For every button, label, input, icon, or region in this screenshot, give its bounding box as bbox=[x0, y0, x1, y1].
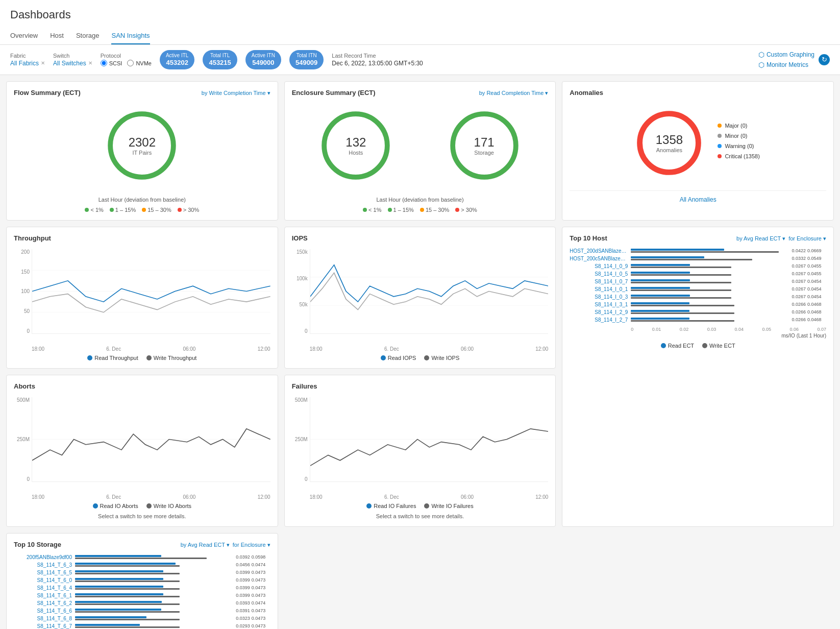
host-bar-read bbox=[631, 264, 689, 266]
tab-overview[interactable]: Overview bbox=[10, 28, 38, 44]
iops-card: IOPS 150k 100k 50k 0 18:00 6. Dec 06:00 bbox=[284, 227, 556, 369]
storage-bar-write bbox=[75, 588, 180, 590]
storage-bar-name[interactable]: 200f5ANBlaze9df00 bbox=[14, 554, 75, 560]
host-bar-track bbox=[631, 287, 785, 291]
switch-clear[interactable]: ✕ bbox=[88, 60, 92, 66]
flow-summary-donut-container: 2302 IT Pairs bbox=[14, 100, 270, 191]
host-bar-read bbox=[631, 295, 689, 297]
host-bar-write-val: 0.0454 bbox=[806, 286, 826, 292]
host-bar-name[interactable]: S8_114_I_3_1 bbox=[570, 302, 631, 307]
storage-bar-name[interactable]: S8_114_T_6_6 bbox=[14, 608, 75, 614]
storage-bar-row: S8_114_T_6_7 0.0293 0.0473 bbox=[14, 623, 270, 629]
storage-bar-write bbox=[75, 573, 180, 575]
throughput-title: Throughput bbox=[14, 234, 51, 242]
toolbar-right: ⬡ Custom Graphing ⬡ Monitor Metrics ↻ bbox=[758, 51, 830, 69]
storage-bar-write-val: 0.0474 bbox=[250, 562, 270, 567]
storage-bar-write-val: 0.0473 bbox=[250, 608, 270, 613]
enc-legend-2: 1 – 15% bbox=[388, 207, 414, 213]
tab-host[interactable]: Host bbox=[50, 28, 64, 44]
flow-summary-sort[interactable]: by Write Completion Time ▾ bbox=[202, 90, 270, 96]
enclosure-deviation-label: Last Hour (deviation from baseline) bbox=[292, 197, 549, 203]
monitor-icon: ⬡ bbox=[758, 61, 764, 69]
host-bar-track bbox=[631, 295, 785, 299]
host-bar-name[interactable]: S8_114_I_0_5 bbox=[570, 271, 631, 277]
fabric-clear[interactable]: ✕ bbox=[41, 60, 45, 66]
host-bar-track bbox=[631, 279, 785, 283]
fabric-value[interactable]: All Fabrics ✕ bbox=[10, 60, 45, 67]
legend-item-2: 1 – 15% bbox=[110, 207, 136, 213]
failures-write-legend: Write IO Failures bbox=[424, 503, 473, 509]
anomaly-all-link[interactable]: All Anomalies bbox=[570, 190, 826, 203]
storage-bar-name[interactable]: S8_114_T_6_1 bbox=[14, 593, 75, 598]
storage-bar-name[interactable]: S8_114_T_6_8 bbox=[14, 616, 75, 621]
storage-bar-name[interactable]: S8_114_T_6_7 bbox=[14, 623, 75, 629]
top10-host-enclosure[interactable]: for Enclosure ▾ bbox=[788, 235, 826, 242]
host-bar-name[interactable]: S8_114_I_0_7 bbox=[570, 279, 631, 284]
storage-bar-read bbox=[75, 593, 163, 595]
storage-bar-row: 200f5ANBlaze9df00 0.0392 0.0598 bbox=[14, 554, 270, 560]
top10-host-sort[interactable]: by Avg Read ECT ▾ bbox=[736, 235, 785, 242]
enclosure-storage-donut[interactable]: 171 Storage bbox=[449, 110, 520, 181]
protocol-scsi[interactable]: SCSI bbox=[101, 60, 122, 66]
host-bar-read bbox=[631, 318, 689, 320]
host-bar-name[interactable]: S8_114_I_2_9 bbox=[570, 309, 631, 315]
enc-dot-4 bbox=[455, 208, 459, 212]
host-bar-name[interactable]: S8_114_I_2_7 bbox=[570, 317, 631, 323]
enclosure-hosts-donut[interactable]: 132 Hosts bbox=[320, 110, 391, 181]
enclosure-summary-title: Enclosure Summary (ECT) bbox=[292, 89, 376, 96]
refresh-button[interactable]: ↻ bbox=[819, 54, 830, 65]
monitor-metrics-link[interactable]: ⬡ Monitor Metrics bbox=[758, 61, 814, 69]
storage-bar-write bbox=[75, 580, 180, 583]
switch-value[interactable]: All Switches ✕ bbox=[53, 60, 92, 67]
throughput-legend: Read Throughput Write Throughput bbox=[14, 355, 270, 361]
storage-bar-write-val: 0.0473 bbox=[250, 585, 270, 590]
throughput-chart-area: 200 150 100 50 0 bbox=[14, 249, 270, 341]
host-bar-row: HOST_200c5ANBlaze9dde00 0.0332 0.0549 bbox=[570, 256, 826, 261]
failures-x-labels: 18:00 6. Dec 06:00 12:00 bbox=[310, 494, 549, 500]
top10-storage-enclosure[interactable]: for Enclosure ▾ bbox=[233, 542, 270, 548]
storage-bar-name[interactable]: S8_114_T_6_5 bbox=[14, 570, 75, 575]
host-bar-name[interactable]: HOST_200c5ANBlaze9dde00 bbox=[570, 256, 631, 261]
storage-bar-read bbox=[75, 616, 146, 618]
aborts-x-labels: 18:00 6. Dec 06:00 12:00 bbox=[32, 494, 270, 500]
host-bar-write bbox=[631, 289, 731, 292]
storage-bar-read bbox=[75, 555, 161, 557]
storage-bar-read bbox=[75, 609, 161, 611]
host-bar-name[interactable]: S8_114_I_0_3 bbox=[570, 294, 631, 300]
host-bar-read-val: 0.0266 bbox=[785, 317, 806, 322]
iops-canvas bbox=[310, 249, 549, 334]
host-bar-read-val: 0.0267 bbox=[785, 279, 806, 284]
storage-bar-row: S8_114_T_6_1 0.0399 0.0473 bbox=[14, 593, 270, 598]
host-bar-read-val: 0.0267 bbox=[785, 271, 806, 276]
storage-bar-name[interactable]: S8_114_T_6_4 bbox=[14, 585, 75, 591]
tab-storage[interactable]: Storage bbox=[76, 28, 100, 44]
top10-host-card: Top 10 Host by Avg Read ECT ▾ for Enclos… bbox=[562, 227, 834, 527]
top10-storage-sort[interactable]: by Avg Read ECT ▾ bbox=[181, 542, 230, 548]
enclosure-summary-sort[interactable]: by Read Completion Time ▾ bbox=[479, 90, 549, 96]
host-bar-write bbox=[631, 320, 734, 322]
host-bar-name[interactable]: HOST_200dSANBlaze9ddf00 bbox=[570, 248, 631, 254]
tab-san-insights[interactable]: SAN Insights bbox=[111, 28, 150, 44]
storage-bar-write-val: 0.0473 bbox=[250, 570, 270, 575]
legend-item-4: > 30% bbox=[178, 207, 200, 213]
aborts-note: Select a switch to see more details. bbox=[14, 513, 270, 519]
storage-bar-name[interactable]: S8_114_T_6_3 bbox=[14, 562, 75, 568]
throughput-read-legend: Read Throughput bbox=[87, 355, 138, 361]
custom-graphing-link[interactable]: ⬡ Custom Graphing bbox=[758, 51, 814, 59]
host-bar-read bbox=[631, 287, 689, 289]
flow-summary-donut[interactable]: 2302 IT Pairs bbox=[106, 110, 178, 181]
storage-bar-write bbox=[75, 565, 180, 567]
iops-svg bbox=[310, 249, 549, 333]
throughput-read-dot bbox=[87, 355, 92, 360]
failures-y-labels: 500M 250M 0 bbox=[292, 397, 310, 489]
host-bar-write bbox=[631, 282, 731, 284]
iops-title: IOPS bbox=[292, 234, 308, 242]
protocol-nvme[interactable]: NVMe bbox=[127, 60, 152, 66]
storage-bar-name[interactable]: S8_114_T_6_0 bbox=[14, 577, 75, 583]
host-bar-name[interactable]: S8_114_I_0_9 bbox=[570, 263, 631, 269]
storage-bar-read-val: 0.0456 bbox=[230, 562, 250, 567]
host-bar-name[interactable]: S8_114_I_0_1 bbox=[570, 286, 631, 292]
storage-bar-name[interactable]: S8_114_T_6_2 bbox=[14, 600, 75, 606]
storage-bar-read-val: 0.0393 bbox=[230, 600, 250, 606]
anomaly-donut[interactable]: 1358 Anomalies bbox=[636, 110, 702, 176]
